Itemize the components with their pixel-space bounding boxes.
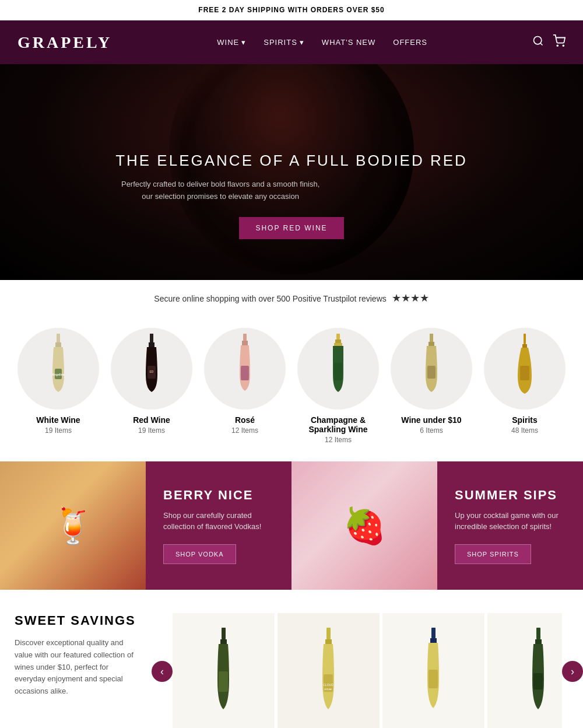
category-spirits[interactable]: Spirits 48 Items [481,328,568,444]
nav-offers[interactable]: OFFERS [393,38,427,47]
wine-bottle-svg-2: CLOUD BREAK [315,628,342,724]
svg-point-0 [534,37,542,44]
svg-rect-34 [430,638,437,643]
star-rating: ★★★★ [392,292,429,304]
shop-red-wine-button[interactable]: SHOP RED WINE [239,217,343,239]
nav-spirits[interactable]: SPIRITS ▾ [264,38,304,47]
category-rose[interactable]: Rosé 12 Items [201,328,289,444]
svg-rect-8 [150,334,153,342]
svg-rect-16 [335,340,341,343]
nav-whats-new[interactable]: WHAT'S NEW [322,38,375,47]
promo-summer-image: 🍓 [292,461,437,590]
wine-bottle-svg-1 [210,628,237,724]
svg-rect-4 [57,334,60,342]
hero-section: THE ELEGANCE OF A FULL BODIED RED Perfec… [0,64,583,280]
promo-summer-text: SUMMER SIPS Up your cocktail game with o… [437,461,583,590]
sweet-savings-description: Discover exceptional quality and value w… [15,637,137,698]
category-name: Red Wine [108,415,195,425]
category-name: Wine under $10 [388,415,475,425]
nav-wine[interactable]: WINE ▾ [217,38,246,47]
svg-text:CLOUD: CLOUD [323,683,333,687]
category-count: 48 Items [481,426,568,435]
svg-rect-38 [533,673,543,690]
promo-berry-nice: 🍹 BERRY NICE Shop our carefully curated … [0,461,292,590]
category-champagne[interactable]: Champagne & Sparkling Wine 12 Items [294,328,382,444]
svg-rect-28 [326,628,331,639]
wine-card-list: CLOUD BREAK [173,613,562,728]
category-section: Angeline White Wine 19 Items ED Red Wine… [0,316,583,461]
hero-title: THE ELEGANCE OF A FULL BODIED RED [115,152,468,170]
svg-rect-5 [55,342,61,347]
sweet-savings-section: SWEET SAVINGS Discover exceptional quali… [0,590,583,728]
svg-rect-36 [536,628,540,639]
svg-rect-14 [241,366,249,380]
svg-rect-19 [430,334,433,342]
chevron-down-icon: ▾ [241,38,246,47]
svg-rect-29 [325,639,332,644]
category-count: 12 Items [201,426,289,435]
promo-summer-desc: Up your cocktail game with our incredibl… [455,510,566,533]
wine-card-2[interactable]: CLOUD BREAK [278,613,380,728]
sweet-savings-text: SWEET SAVINGS Discover exceptional quali… [0,613,152,698]
svg-text:BREAK: BREAK [324,688,332,691]
category-circle-champagne [297,328,379,410]
category-wine-under-10[interactable]: Wine under $10 6 Items [388,328,475,444]
svg-point-3 [563,45,564,46]
svg-line-1 [540,43,543,46]
promo-section: 🍹 BERRY NICE Shop our carefully curated … [0,461,583,590]
svg-rect-22 [524,334,526,344]
category-circle-rose [204,328,286,410]
wine-card-3[interactable] [382,613,484,728]
search-icon[interactable] [532,35,544,50]
svg-rect-37 [535,639,542,644]
svg-rect-35 [429,670,438,688]
hero-subtitle: Perfectly crafted to deliver bold flavor… [115,178,325,203]
wine-card-1[interactable] [173,613,275,728]
category-red-wine[interactable]: ED Red Wine 19 Items [108,328,195,444]
wine-card-4[interactable] [487,613,562,728]
shop-vodka-button[interactable]: SHOP VODKA [163,544,236,564]
svg-rect-9 [149,342,154,347]
category-count: 19 Items [15,426,102,435]
svg-rect-13 [242,341,248,345]
header: GRAPELY WINE ▾ SPIRITS ▾ WHAT'S NEW OFFE… [0,20,583,64]
logo[interactable]: GRAPELY [17,33,112,52]
promo-berry-image: 🍹 [0,461,146,590]
promo-berry-title: BERRY NICE [163,488,274,503]
header-icons [532,34,566,50]
carousel-next-button[interactable]: › [562,661,583,682]
svg-rect-25 [222,628,226,639]
chevron-down-icon: ▾ [300,38,304,47]
category-circle-spirits [484,328,566,410]
svg-rect-21 [427,366,436,379]
wine-bottle-svg-3 [420,628,447,724]
promo-summer-title: SUMMER SIPS [455,488,566,503]
promo-summer-sips: 🍓 SUMMER SIPS Up your cocktail game with… [292,461,583,590]
category-name: Spirits [481,415,568,425]
trust-text: Secure online shopping with over 500 Pos… [154,294,386,303]
main-nav: WINE ▾ SPIRITS ▾ WHAT'S NEW OFFERS [217,38,427,47]
svg-rect-24 [520,366,529,380]
svg-rect-15 [336,334,340,340]
banner-text: FREE 2 DAY SHIPPING WITH ORDERS OVER $50 [198,6,384,14]
category-name: White Wine [15,415,102,425]
svg-point-2 [557,45,558,46]
svg-rect-23 [522,344,527,348]
sweet-savings-title: SWEET SAVINGS [15,613,137,628]
svg-rect-20 [429,342,434,346]
svg-rect-12 [243,334,247,341]
hero-content: THE ELEGANCE OF A FULL BODIED RED Perfec… [115,152,468,240]
category-name: Rosé [201,415,289,425]
cart-icon[interactable] [553,34,566,50]
svg-text:Angeline: Angeline [52,373,64,376]
svg-text:ED: ED [150,370,154,373]
category-white-wine[interactable]: Angeline White Wine 19 Items [15,328,102,444]
sweet-savings-carousel: ‹ CLOUD BREAK [152,613,583,728]
category-count: 19 Items [108,426,195,435]
promo-berry-desc: Shop our carefully curated collection of… [163,510,274,533]
svg-rect-17 [334,343,342,346]
svg-rect-26 [220,639,227,644]
svg-rect-27 [219,671,228,692]
shop-spirits-button[interactable]: SHOP SPIRITS [455,544,531,564]
carousel-prev-button[interactable]: ‹ [152,661,173,682]
